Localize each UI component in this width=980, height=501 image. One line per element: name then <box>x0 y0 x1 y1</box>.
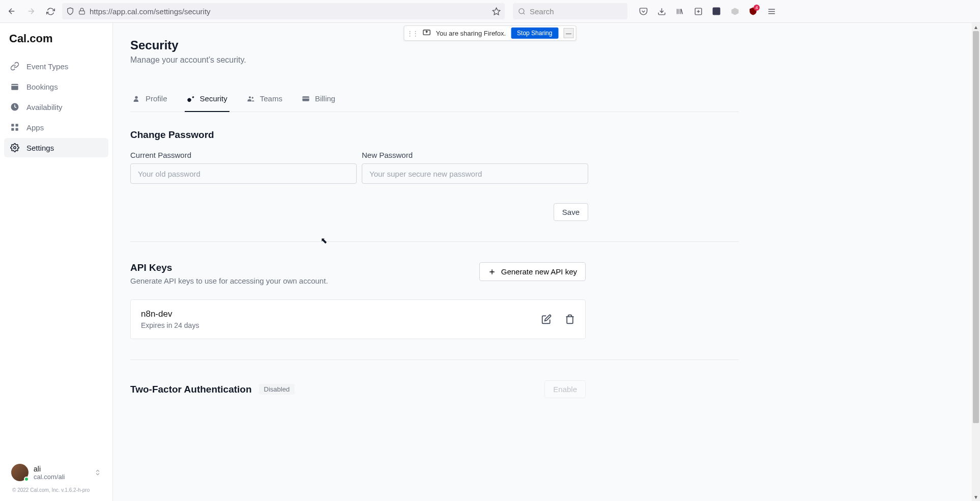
scroll-thumb[interactable] <box>973 31 979 423</box>
current-password-input[interactable] <box>130 163 357 184</box>
api-keys-title: API Keys <box>130 262 328 273</box>
api-key-expiry: Expires in 24 days <box>141 321 199 329</box>
drag-handle-icon[interactable]: ⋮⋮ <box>407 30 418 37</box>
svg-point-12 <box>14 147 16 149</box>
settings-tabs: Profile Security Teams Billing <box>130 89 739 112</box>
svg-rect-0 <box>79 11 85 14</box>
chevron-updown-icon <box>94 467 101 478</box>
main-content: Security Manage your account's security.… <box>113 23 980 501</box>
svg-point-14 <box>249 96 251 98</box>
svg-point-13 <box>135 96 137 98</box>
svg-point-15 <box>251 97 253 98</box>
badge-count: 4 <box>754 5 760 11</box>
api-key-name: n8n-dev <box>141 309 199 319</box>
calendar-icon <box>10 82 19 91</box>
svg-rect-8 <box>11 124 14 126</box>
link-icon <box>10 62 19 71</box>
search-icon <box>518 8 526 15</box>
menu-icon[interactable] <box>764 4 779 19</box>
sidebar-item-label: Availability <box>26 103 63 112</box>
minimize-button[interactable]: — <box>563 28 573 38</box>
browser-search[interactable]: Search <box>513 3 627 19</box>
scroll-down-icon[interactable]: ▼ <box>972 493 980 501</box>
save-button[interactable]: Save <box>554 203 588 221</box>
edit-icon[interactable] <box>541 314 552 324</box>
grid-icon <box>10 123 19 132</box>
svg-rect-10 <box>11 128 14 131</box>
url-text: https://app.cal.com/settings/security <box>90 7 488 16</box>
scrollbar[interactable]: ▲ ▼ <box>972 23 980 501</box>
svg-rect-6 <box>11 84 18 90</box>
sidebar-item-label: Event Types <box>26 62 68 71</box>
tab-profile[interactable]: Profile <box>130 89 169 112</box>
browser-toolbar: https://app.cal.com/settings/security Se… <box>0 0 980 23</box>
back-button[interactable] <box>4 4 19 19</box>
user-url: cal.com/ali <box>34 473 89 481</box>
user-icon <box>132 95 140 103</box>
api-keys-section: API Keys Generate API keys to use for ac… <box>130 262 739 360</box>
api-keys-subtitle: Generate API keys to use for accessing y… <box>130 276 328 285</box>
twofa-section: Two-Factor Authentication Disabled Enabl… <box>130 380 586 398</box>
lock-icon <box>78 8 85 15</box>
new-password-label: New Password <box>362 151 588 159</box>
sidebar-item-apps[interactable]: Apps <box>4 118 108 137</box>
svg-rect-16 <box>302 96 309 101</box>
current-password-label: Current Password <box>130 151 357 159</box>
tab-label: Teams <box>260 94 282 103</box>
sharing-text: You are sharing Firefox. <box>436 30 506 37</box>
logo[interactable]: Cal.com <box>4 32 108 57</box>
enable-button[interactable]: Enable <box>544 380 586 398</box>
generate-api-key-button[interactable]: Generate new API key <box>479 262 586 281</box>
tab-teams[interactable]: Teams <box>245 89 284 112</box>
sidebar-item-availability[interactable]: Availability <box>4 97 108 117</box>
change-password-title: Change Password <box>130 129 739 141</box>
downloads-icon[interactable] <box>654 4 669 19</box>
generate-label: Generate new API key <box>501 267 577 276</box>
extension-icon-1[interactable] <box>690 4 706 19</box>
tab-security[interactable]: Security <box>185 89 229 112</box>
stop-sharing-button[interactable]: Stop Sharing <box>511 27 558 39</box>
sharing-indicator: ⋮⋮ You are sharing Firefox. Stop Sharing… <box>404 25 577 41</box>
bookmark-star-icon[interactable] <box>492 7 501 16</box>
tab-billing[interactable]: Billing <box>300 89 337 112</box>
extension-icon-2[interactable] <box>709 4 724 19</box>
sidebar-item-bookings[interactable]: Bookings <box>4 77 108 96</box>
card-icon <box>302 95 310 103</box>
plus-icon <box>488 268 496 276</box>
library-icon[interactable] <box>672 4 687 19</box>
sidebar: Cal.com Event Types Bookings Availabilit… <box>0 23 113 501</box>
svg-marker-1 <box>493 8 500 14</box>
status-badge: Disabled <box>259 384 295 395</box>
scroll-up-icon[interactable]: ▲ <box>972 23 980 31</box>
svg-rect-9 <box>16 124 18 126</box>
cursor-icon: ⬉ <box>321 236 327 245</box>
change-password-section: Change Password Current Password New Pas… <box>130 129 739 242</box>
sidebar-item-event-types[interactable]: Event Types <box>4 57 108 76</box>
search-placeholder: Search <box>530 7 554 16</box>
tab-label: Security <box>200 94 227 103</box>
user-menu[interactable]: ali cal.com/ali <box>8 461 104 484</box>
status-online-icon <box>24 477 29 482</box>
users-icon <box>247 95 255 103</box>
svg-rect-11 <box>16 128 18 131</box>
address-bar[interactable]: https://app.cal.com/settings/security <box>62 3 505 19</box>
sidebar-item-label: Settings <box>26 144 54 152</box>
sidebar-item-label: Apps <box>26 123 44 132</box>
pocket-icon[interactable] <box>636 4 651 19</box>
reload-button[interactable] <box>43 4 58 19</box>
share-screen-icon <box>423 29 431 37</box>
svg-rect-4 <box>713 8 720 15</box>
new-password-input[interactable] <box>362 163 588 184</box>
copyright: © 2022 Cal.com, Inc. v.1.6.2-h-pro <box>8 484 104 493</box>
clock-icon <box>10 102 19 112</box>
twofa-title: Two-Factor Authentication <box>130 384 252 395</box>
sidebar-item-label: Bookings <box>26 82 58 91</box>
forward-button[interactable] <box>23 4 39 19</box>
key-icon <box>187 95 195 103</box>
ublock-icon[interactable]: 4 <box>745 4 761 19</box>
sidebar-item-settings[interactable]: Settings <box>4 138 108 157</box>
extension-icon-3[interactable] <box>727 4 742 19</box>
trash-icon[interactable] <box>565 314 575 324</box>
shield-icon <box>66 7 74 15</box>
tab-label: Billing <box>315 94 335 103</box>
